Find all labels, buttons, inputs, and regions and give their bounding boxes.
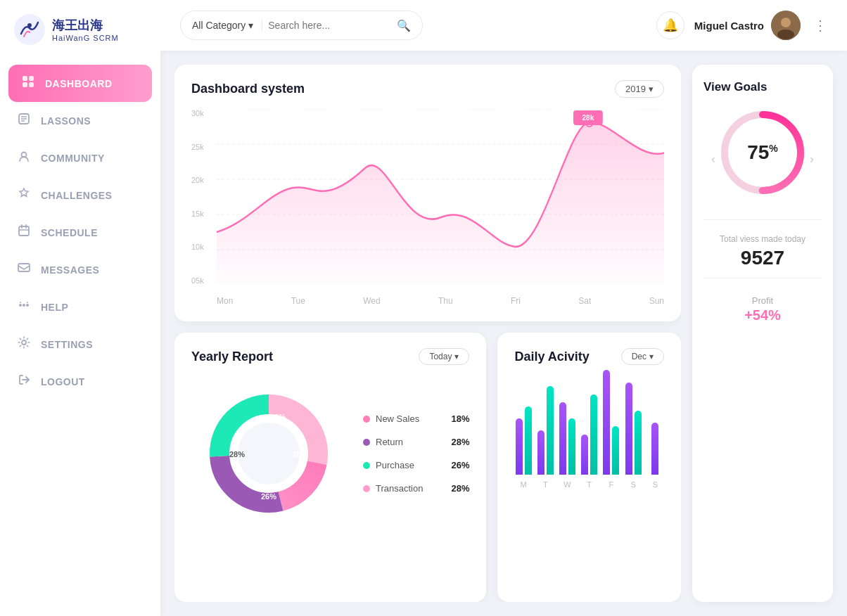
sidebar-item-logout[interactable]: LOGOUT <box>0 363 160 400</box>
bar-col <box>516 406 532 475</box>
daily-filter[interactable]: Dec ▾ <box>621 348 664 365</box>
svg-point-25 <box>777 30 794 39</box>
search-input[interactable] <box>268 20 391 31</box>
return-label: Return <box>376 437 403 447</box>
legend-return: Return 28% <box>363 437 469 447</box>
purchase-value: 26% <box>451 460 469 470</box>
profit-label: Profit <box>752 295 773 306</box>
bar-col <box>537 386 554 475</box>
user-area[interactable]: Miguel Castro <box>694 11 801 40</box>
svg-point-24 <box>781 18 791 27</box>
sidebar-item-challenges[interactable]: CHALLENGES <box>0 177 160 214</box>
schedule-icon <box>17 224 31 241</box>
bar-cyan <box>547 386 554 475</box>
bar-purple <box>651 423 658 475</box>
bar-x-label: W <box>563 480 571 489</box>
chart-card-header: Dashboard system 2019 ▾ <box>191 80 664 98</box>
chart-title: Dashboard system <box>191 82 305 96</box>
lessons-icon <box>17 112 31 129</box>
svg-text:28k: 28k <box>582 113 594 122</box>
purchase-label: Purchase <box>376 460 414 470</box>
bar-col <box>625 383 642 475</box>
sidebar-item-label: LASSONS <box>41 115 91 127</box>
svg-text:28%: 28% <box>229 450 245 458</box>
sidebar-item-label: LOGOUT <box>41 376 85 387</box>
bar-col <box>559 402 575 475</box>
chevron-down-icon: ▾ <box>454 352 459 361</box>
category-dropdown[interactable]: All Category ▾ <box>192 20 262 31</box>
bar-chart: MTWTFSS <box>514 376 664 489</box>
return-value: 28% <box>451 437 469 447</box>
donut-legend: New Sales 18% Return 28% <box>363 413 469 494</box>
divider-2 <box>703 278 822 278</box>
search-icon[interactable]: 🔍 <box>397 19 411 32</box>
messages-icon <box>17 261 31 278</box>
bar-col <box>603 370 619 475</box>
daily-card-header: Daily Acivity Dec ▾ <box>514 348 664 365</box>
goals-next-icon[interactable]: › <box>810 152 814 167</box>
new-sales-value: 18% <box>451 413 469 424</box>
logout-icon <box>17 373 31 390</box>
help-icon <box>17 298 31 316</box>
bar-x-label: M <box>520 480 526 489</box>
bar-purple <box>516 418 523 475</box>
legend-purchase: Purchase 26% <box>363 460 469 470</box>
header: All Category ▾ 🔍 🔔 Miguel Castro ⋮ <box>160 0 847 51</box>
yearly-filter[interactable]: Today ▾ <box>419 348 469 365</box>
svg-rect-3 <box>29 76 34 81</box>
more-options-icon[interactable]: ⋮ <box>813 17 827 34</box>
sidebar-item-label: MESSAGES <box>41 264 99 276</box>
sidebar-item-community[interactable]: COMMUNITY <box>0 139 160 177</box>
goals-percent-value: 75% <box>747 141 778 164</box>
svg-text:28%: 28% <box>293 450 308 458</box>
sidebar-item-settings[interactable]: SETTINGS <box>0 326 160 363</box>
bar-purple <box>625 383 632 475</box>
search-box: All Category ▾ 🔍 <box>180 11 423 40</box>
avatar <box>771 11 801 40</box>
legend-new-sales: New Sales 18% <box>363 413 469 424</box>
svg-point-17 <box>23 304 25 307</box>
notification-bell[interactable]: 🔔 <box>656 11 684 39</box>
bar-group: T <box>580 394 598 489</box>
sidebar-item-label: DASHBOARD <box>45 78 113 89</box>
return-dot <box>363 439 370 446</box>
category-label: All Category <box>192 20 246 31</box>
bar-cyan <box>612 426 619 475</box>
profit-value: +54% <box>744 307 781 323</box>
svg-point-16 <box>19 304 22 307</box>
svg-text:26%: 26% <box>261 492 276 501</box>
bar-col <box>581 394 597 475</box>
legend-transaction: Transaction 28% <box>363 483 469 494</box>
yearly-title: Yearly Report <box>191 349 273 364</box>
svg-rect-11 <box>19 226 29 236</box>
transaction-dot <box>363 485 370 492</box>
sidebar-item-label: COMMUNITY <box>41 153 105 164</box>
bottom-row: Yearly Report Today ▾ <box>174 333 681 602</box>
goals-prev-icon[interactable]: ‹ <box>711 152 715 167</box>
sidebar-item-help[interactable]: HELP <box>0 288 160 326</box>
sidebar-item-lessons[interactable]: LASSONS <box>0 102 160 139</box>
yearly-report-card: Yearly Report Today ▾ <box>174 333 486 602</box>
left-content: Dashboard system 2019 ▾ 30k 25k 20k 15k … <box>174 65 681 602</box>
logo-text-block: 海王出海 HaiWanG SCRM <box>52 17 119 42</box>
bar-purple <box>603 370 610 475</box>
goals-title: View Goals <box>703 80 767 94</box>
sidebar-item-messages[interactable]: MESSAGES <box>0 251 160 288</box>
line-chart: 30k 25k 20k 15k 10k 05k <box>191 109 664 306</box>
year-label: 2019 <box>625 84 646 94</box>
bar-x-label: S <box>653 480 658 489</box>
sidebar-item-schedule[interactable]: SCHEDULE <box>0 214 160 251</box>
bar-group: W <box>559 402 576 489</box>
dashboard-icon <box>21 75 35 92</box>
x-axis-labels: Mon Tue Wed Thu Fri Sat Sun <box>217 296 664 306</box>
divider <box>703 219 822 220</box>
sidebar-item-dashboard[interactable]: DASHBOARD <box>8 65 152 102</box>
bar-purple <box>581 435 588 475</box>
sidebar: 海王出海 HaiWanG SCRM DASHBOARD LASSONS COMM… <box>0 0 160 616</box>
chart-svg-container: 28k <box>217 109 664 285</box>
svg-point-39 <box>238 423 300 485</box>
svg-rect-4 <box>23 82 27 87</box>
content-area: Dashboard system 2019 ▾ 30k 25k 20k 15k … <box>160 51 847 616</box>
svg-point-1 <box>27 23 32 27</box>
year-filter[interactable]: 2019 ▾ <box>615 80 664 98</box>
